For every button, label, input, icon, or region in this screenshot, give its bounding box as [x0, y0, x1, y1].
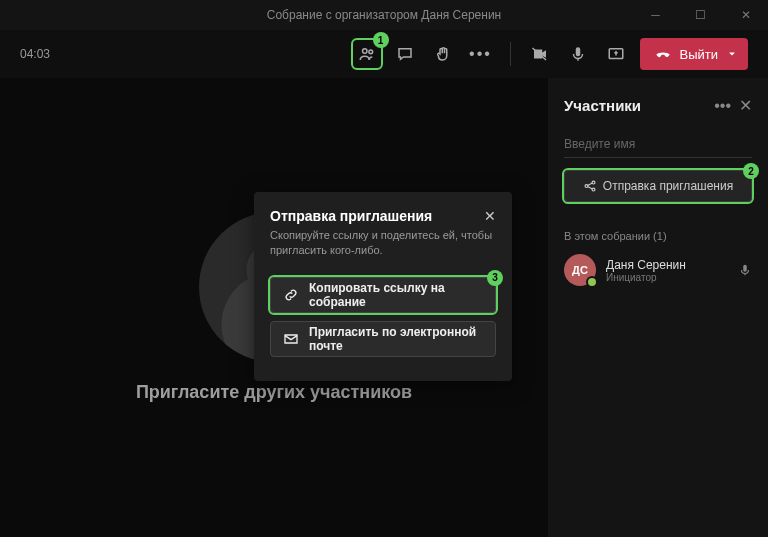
- share-screen-button[interactable]: [602, 40, 630, 68]
- participants-button[interactable]: 1: [353, 40, 381, 68]
- modal-title: Отправка приглашения: [270, 208, 484, 224]
- titlebar: Собрание с организатором Даня Серенин ─ …: [0, 0, 768, 30]
- window-controls: ─ ☐ ✕: [633, 0, 768, 30]
- svg-point-1: [368, 50, 372, 54]
- camera-off-icon: [531, 45, 549, 63]
- maximize-button[interactable]: ☐: [678, 0, 723, 30]
- share-icon: [607, 45, 625, 63]
- chevron-down-icon: [726, 48, 738, 60]
- hangup-icon: [654, 45, 672, 63]
- people-icon: [358, 45, 376, 63]
- panel-more-button[interactable]: •••: [714, 97, 731, 115]
- participants-panel: Участники ••• ✕ Отправка приглашения 2 В…: [548, 78, 768, 537]
- chat-button[interactable]: [391, 40, 419, 68]
- more-icon: •••: [469, 45, 492, 63]
- mic-button[interactable]: [564, 40, 592, 68]
- panel-title: Участники: [564, 97, 714, 114]
- panel-close-button[interactable]: ✕: [739, 96, 752, 115]
- meeting-toolbar: 04:03 1 •••: [0, 30, 768, 78]
- presence-available-icon: [586, 276, 598, 288]
- app-window: Собрание с организатором Даня Серенин ─ …: [0, 0, 768, 537]
- leave-button[interactable]: Выйти: [640, 38, 749, 70]
- email-icon: [283, 331, 299, 347]
- participant-name: Даня Серенин: [606, 258, 728, 272]
- participant-row[interactable]: ДС Даня Серенин Инициатор: [564, 254, 752, 286]
- close-window-button[interactable]: ✕: [723, 0, 768, 30]
- share-invite-label: Отправка приглашения: [603, 179, 733, 193]
- modal-description: Скопируйте ссылку и поделитесь ей, чтобы…: [270, 228, 496, 259]
- copy-link-button[interactable]: Копировать ссылку на собрание 3: [270, 277, 496, 313]
- badge-3: 3: [487, 270, 503, 286]
- share-link-icon: [583, 179, 597, 193]
- meeting-timer: 04:03: [20, 47, 50, 61]
- mic-icon: [569, 45, 587, 63]
- raise-hand-button[interactable]: [429, 40, 457, 68]
- name-search-input[interactable]: [564, 131, 752, 158]
- email-invite-button[interactable]: Пригласить по электронной почте: [270, 321, 496, 357]
- participant-role: Инициатор: [606, 272, 728, 283]
- chat-icon: [396, 45, 414, 63]
- leave-label: Выйти: [680, 47, 719, 62]
- camera-button[interactable]: [526, 40, 554, 68]
- svg-rect-8: [743, 265, 747, 272]
- minimize-button[interactable]: ─: [633, 0, 678, 30]
- divider: [510, 42, 511, 66]
- modal-close-button[interactable]: ✕: [484, 208, 496, 224]
- participant-avatar: ДС: [564, 254, 596, 286]
- link-icon: [283, 287, 299, 303]
- window-title: Собрание с организатором Даня Серенин: [267, 8, 501, 22]
- hand-icon: [434, 45, 452, 63]
- svg-rect-3: [575, 47, 580, 56]
- in-meeting-label: В этом собрании (1): [564, 230, 752, 242]
- copy-link-label: Копировать ссылку на собрание: [309, 281, 483, 309]
- svg-point-0: [362, 49, 367, 54]
- badge-2: 2: [743, 163, 759, 179]
- email-invite-label: Пригласить по электронной почте: [309, 325, 483, 353]
- invite-others-text: Пригласите других участников: [136, 382, 412, 403]
- share-invite-modal: Отправка приглашения ✕ Скопируйте ссылку…: [254, 192, 512, 381]
- share-invite-button[interactable]: Отправка приглашения 2: [564, 170, 752, 202]
- mic-icon: [738, 263, 752, 277]
- more-button[interactable]: •••: [467, 40, 495, 68]
- badge-1: 1: [373, 32, 389, 48]
- participant-initials: ДС: [572, 264, 588, 276]
